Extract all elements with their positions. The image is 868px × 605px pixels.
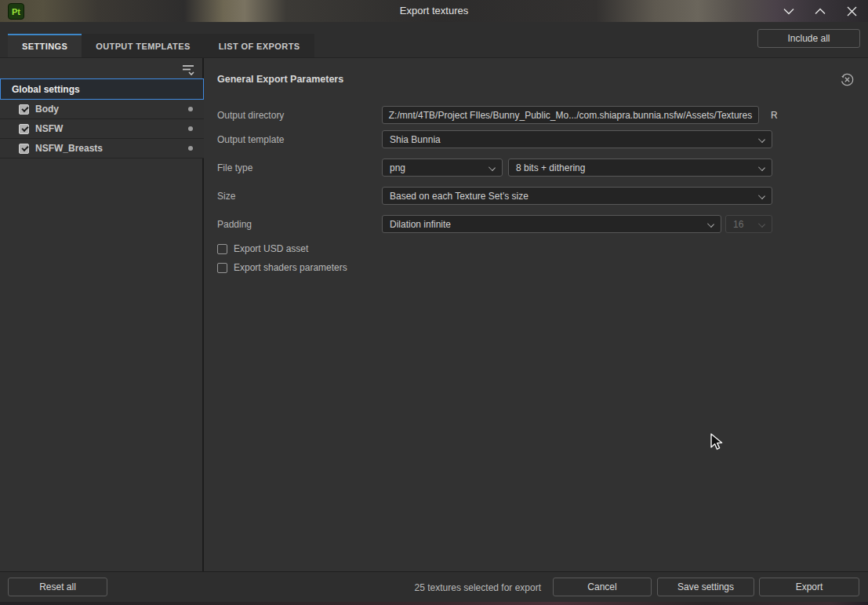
- checkbox-unchecked-icon[interactable]: [217, 263, 227, 273]
- file-type-label: File type: [217, 162, 252, 173]
- tab-list-of-exports[interactable]: LIST OF EXPORTS: [205, 34, 314, 57]
- chevron-down-icon: [707, 220, 714, 228]
- file-format-dropdown[interactable]: png: [382, 159, 503, 177]
- padding-amount-dropdown: 16: [725, 215, 772, 233]
- checkbox-unchecked-icon[interactable]: [217, 244, 227, 254]
- window-controls: [782, 0, 859, 22]
- texture-set-sidebar: Global settings Body NSFW NSFW_Breasts: [0, 58, 204, 572]
- cancel-button[interactable]: Cancel: [553, 578, 652, 596]
- export-textures-dialog: Pt Export textures SETTINGS OUTPUT TEMPL…: [0, 0, 868, 605]
- texture-set-list: Global settings Body NSFW NSFW_Breasts: [0, 78, 204, 159]
- size-label: Size: [217, 191, 235, 202]
- checkbox-checked-icon[interactable]: [19, 124, 29, 134]
- chevron-down-icon: [758, 220, 765, 228]
- padding-label: Padding: [217, 219, 252, 230]
- sidebar-item-body[interactable]: Body: [0, 100, 204, 119]
- checkbox-checked-icon[interactable]: [19, 144, 29, 154]
- export-status-text: 25 textures selected for export: [415, 582, 541, 593]
- chevron-down-icon: [488, 164, 496, 171]
- bit-depth-dropdown[interactable]: 8 bits + dithering: [508, 159, 772, 177]
- sidebar-item-nsfw[interactable]: NSFW: [0, 119, 204, 139]
- chevron-down-icon: [758, 136, 765, 143]
- export-button[interactable]: Export: [759, 578, 859, 596]
- chevron-down-icon: [758, 192, 765, 199]
- reset-parameters-icon[interactable]: [840, 72, 855, 87]
- output-directory-suffix: R: [771, 110, 778, 121]
- output-directory-field[interactable]: Z:/mnt/4TB/Project FIles/Bunny_Public_Mo…: [382, 106, 759, 124]
- save-settings-button[interactable]: Save settings: [657, 578, 754, 596]
- tab-strip: SETTINGS OUTPUT TEMPLATES LIST OF EXPORT…: [0, 22, 868, 57]
- export-shaders-parameters-row[interactable]: Export shaders parameters: [217, 261, 347, 274]
- output-template-label: Output template: [217, 134, 284, 145]
- background-blur-strip: [0, 602, 868, 605]
- tab-settings[interactable]: SETTINGS: [8, 34, 82, 57]
- output-template-dropdown[interactable]: Shia Bunnia: [382, 130, 772, 148]
- sidebar-item-nsfw-breasts[interactable]: NSFW_Breasts: [0, 139, 204, 159]
- panel-title: General Export Parameters: [217, 74, 343, 85]
- dialog-content: Global settings Body NSFW NSFW_Breasts: [0, 57, 868, 571]
- modified-dot-icon: [188, 107, 193, 111]
- tab-output-templates[interactable]: OUTPUT TEMPLATES: [82, 34, 204, 57]
- checkbox-checked-icon[interactable]: [19, 104, 29, 115]
- shade-window-icon[interactable]: [782, 4, 796, 18]
- dialog-footer: Reset all 25 textures selected for expor…: [0, 571, 868, 602]
- window-title: Export textures: [0, 0, 868, 22]
- list-filter-icon[interactable]: [180, 63, 196, 77]
- modified-dot-icon: [188, 146, 193, 151]
- general-export-parameters-panel: General Export Parameters Output directo…: [205, 58, 868, 572]
- sidebar-item-global-settings[interactable]: Global settings: [0, 78, 204, 100]
- include-all-button[interactable]: Include all: [757, 29, 860, 48]
- reset-all-button[interactable]: Reset all: [8, 578, 107, 596]
- maximize-window-icon[interactable]: [813, 4, 827, 18]
- titlebar: Pt Export textures: [0, 0, 868, 22]
- size-dropdown[interactable]: Based on each Texture Set's size: [382, 187, 772, 205]
- output-directory-label: Output directory: [217, 110, 284, 121]
- chevron-down-icon: [758, 164, 765, 171]
- tabs: SETTINGS OUTPUT TEMPLATES LIST OF EXPORT…: [8, 34, 314, 57]
- close-window-icon[interactable]: [844, 4, 859, 18]
- padding-dropdown[interactable]: Dilation infinite: [382, 215, 721, 233]
- export-usd-asset-row[interactable]: Export USD asset: [217, 242, 308, 255]
- modified-dot-icon: [188, 126, 193, 131]
